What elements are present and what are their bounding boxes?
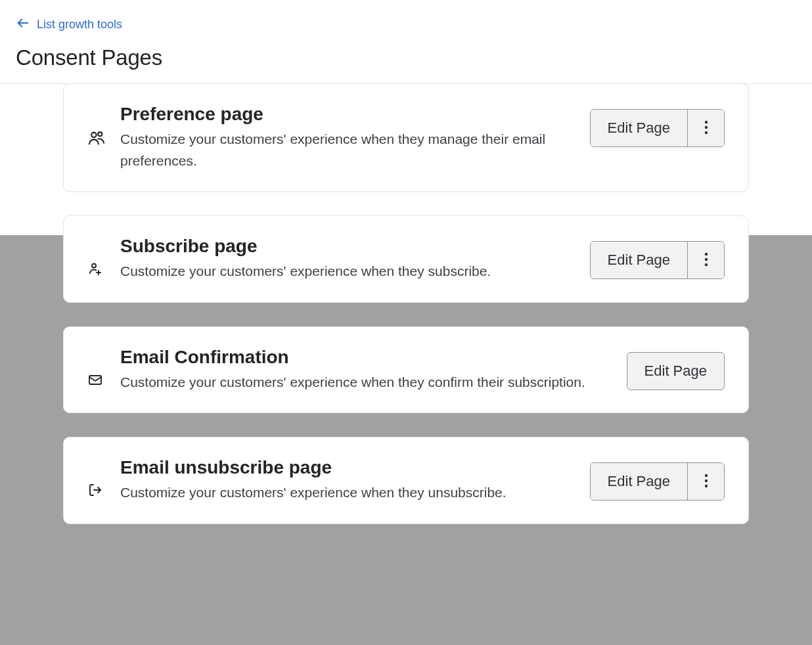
- edit-page-button[interactable]: Edit Page: [591, 110, 687, 146]
- user-plus-icon: [87, 261, 106, 279]
- more-vertical-icon: [704, 120, 708, 137]
- edit-page-button[interactable]: Edit Page: [627, 352, 725, 390]
- card-subscribe-page: Subscribe page Customize your customers'…: [63, 215, 749, 303]
- edit-page-button[interactable]: Edit Page: [591, 463, 687, 500]
- page-title: Consent Pages: [16, 45, 796, 70]
- more-actions-button[interactable]: [687, 110, 724, 146]
- svg-point-10: [704, 257, 707, 260]
- svg-point-16: [704, 484, 707, 487]
- svg-point-14: [704, 474, 707, 476]
- card-action-group: Edit Page: [590, 109, 725, 147]
- svg-point-5: [704, 131, 707, 133]
- card-title: Subscribe page: [120, 236, 575, 257]
- svg-point-4: [704, 125, 707, 128]
- mail-icon: [87, 372, 106, 390]
- card-description: Customize your customers' experience whe…: [120, 372, 612, 393]
- card-title: Email Confirmation: [120, 347, 612, 368]
- page-header: List growth tools Consent Pages: [0, 0, 812, 83]
- svg-rect-12: [89, 376, 101, 384]
- more-actions-button[interactable]: [687, 463, 724, 500]
- card-description: Customize your customers' experience whe…: [120, 261, 575, 282]
- edit-page-button[interactable]: Edit Page: [591, 242, 687, 278]
- back-link-label: List growth tools: [37, 18, 122, 32]
- back-link[interactable]: List growth tools: [16, 16, 122, 33]
- card-action-group: Edit Page: [590, 241, 725, 279]
- svg-point-1: [91, 133, 96, 137]
- card-preference-page: Preference page Customize your customers…: [63, 83, 749, 192]
- svg-point-3: [704, 120, 707, 123]
- card-description: Customize your customers' experience whe…: [120, 129, 575, 171]
- card-title: Email unsubscribe page: [120, 457, 575, 478]
- more-vertical-icon: [704, 474, 708, 490]
- consent-card-list: Preference page Customize your customers…: [0, 83, 812, 548]
- card-title: Preference page: [120, 104, 575, 125]
- card-description: Customize your customers' experience whe…: [120, 482, 575, 504]
- svg-point-9: [704, 252, 707, 255]
- card-action-group: Edit Page: [590, 462, 725, 500]
- card-email-unsubscribe-page: Email unsubscribe page Customize your cu…: [63, 437, 749, 524]
- more-actions-button[interactable]: [687, 242, 724, 278]
- logout-icon: [87, 482, 106, 500]
- more-vertical-icon: [704, 252, 708, 269]
- card-email-confirmation: Email Confirmation Customize your custom…: [63, 326, 749, 414]
- svg-point-15: [704, 479, 707, 481]
- svg-point-6: [92, 264, 96, 268]
- svg-point-2: [98, 132, 102, 136]
- arrow-left-icon: [16, 16, 30, 33]
- svg-point-11: [704, 263, 707, 265]
- users-icon: [87, 129, 106, 147]
